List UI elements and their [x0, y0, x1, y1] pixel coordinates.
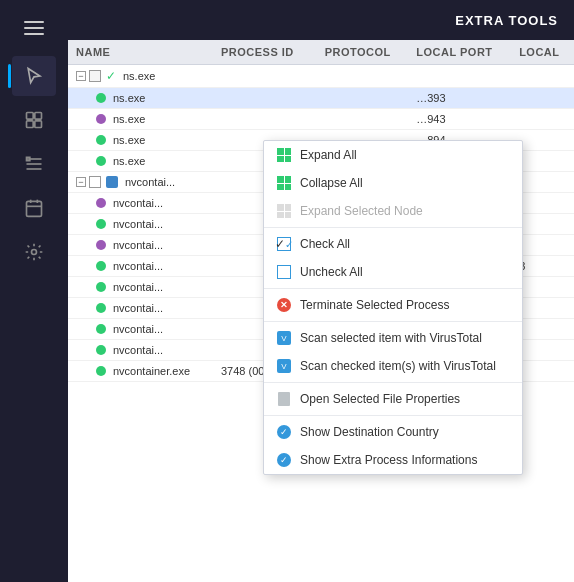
svg-rect-3 — [35, 121, 42, 128]
process-name: nvcontainer.exe — [113, 365, 190, 377]
status-dot-green — [96, 135, 106, 145]
menu-separator — [264, 321, 522, 322]
active-accent — [8, 64, 11, 88]
menu-label: Show Destination Country — [300, 425, 439, 439]
select-icon — [24, 110, 44, 130]
menu-item-check-all[interactable]: ✓ Check All — [264, 230, 522, 258]
expand-button[interactable]: − — [76, 71, 86, 81]
process-pid — [213, 65, 317, 88]
process-protocol — [317, 109, 409, 130]
svg-rect-0 — [27, 113, 34, 120]
process-pid — [213, 88, 317, 109]
menu-item-scan-checked[interactable]: V Scan checked item(s) with VirusTotal — [264, 352, 522, 380]
menu-item-expand-all[interactable]: Expand All — [264, 141, 522, 169]
grid-icon-green — [277, 176, 291, 190]
status-dot-green — [96, 93, 106, 103]
menu-item-expand-selected: Expand Selected Node — [264, 197, 522, 225]
scan-selected-icon: V — [276, 330, 292, 346]
menu-label: Check All — [300, 237, 350, 251]
menu-label: Terminate Selected Process — [300, 298, 449, 312]
sidebar-item-list[interactable] — [12, 144, 56, 184]
table-container[interactable]: NAME PROCESS ID PROTOCOL LOCAL PORT LOCA… — [68, 40, 574, 582]
process-local — [511, 88, 574, 109]
sidebar — [0, 0, 68, 582]
process-local — [511, 65, 574, 88]
col-localport: LOCAL PORT — [408, 40, 511, 65]
table-header-row: NAME PROCESS ID PROTOCOL LOCAL PORT LOCA… — [68, 40, 574, 65]
row-checkbox[interactable] — [89, 176, 101, 188]
process-local — [511, 109, 574, 130]
checkbox-checked-icon: ✓ — [277, 237, 291, 251]
process-protocol — [317, 88, 409, 109]
sidebar-item-settings[interactable] — [12, 232, 56, 272]
menu-item-show-info[interactable]: ✓ Show Extra Process Informations — [264, 446, 522, 474]
process-name: ns.exe — [113, 134, 145, 146]
process-pid — [213, 109, 317, 130]
sidebar-item-select[interactable] — [12, 100, 56, 140]
status-dot — [96, 219, 106, 229]
table-row[interactable]: − ✓ ns.exe — [68, 65, 574, 88]
blue-check-icon: ✓ — [277, 425, 291, 439]
menu-separator — [264, 227, 522, 228]
process-name: nvcontai... — [113, 239, 163, 251]
context-menu: Expand All Collapse All Expand Selected … — [263, 140, 523, 475]
cursor-icon — [24, 66, 44, 86]
status-dot — [96, 345, 106, 355]
process-name: nvcontai... — [113, 281, 163, 293]
circle-x-icon: ✕ — [277, 298, 291, 312]
status-dot-green — [96, 156, 106, 166]
grid-icon — [277, 148, 291, 162]
extra-info-icon: ✓ — [276, 452, 292, 468]
process-name: nvcontai... — [113, 218, 163, 230]
process-name: ns.exe — [113, 113, 145, 125]
process-name: ns.exe — [113, 92, 145, 104]
menu-item-scan-selected[interactable]: V Scan selected item with VirusTotal — [264, 324, 522, 352]
menu-label: Show Extra Process Informations — [300, 453, 477, 467]
main-area: EXTRA TOOLS NAME PROCESS ID PROTOCOL LOC… — [68, 0, 574, 582]
menu-label: Expand All — [300, 148, 357, 162]
process-port — [408, 65, 511, 88]
process-name: ns.exe — [113, 155, 145, 167]
list-icon — [24, 154, 44, 174]
country-icon: ✓ — [276, 424, 292, 440]
sidebar-item-cursor[interactable] — [12, 56, 56, 96]
grid-icon-gray — [277, 204, 291, 218]
process-name: ns.exe — [123, 70, 155, 82]
col-name: NAME — [68, 40, 213, 65]
menu-item-terminate[interactable]: ✕ Terminate Selected Process — [264, 291, 522, 319]
scan-checked-icon: V — [276, 358, 292, 374]
menu-separator — [264, 288, 522, 289]
process-name: nvcontai... — [113, 344, 163, 356]
menu-label: Scan checked item(s) with VirusTotal — [300, 359, 496, 373]
menu-label: Scan selected item with VirusTotal — [300, 331, 482, 345]
process-protocol — [317, 65, 409, 88]
process-name: nvcontai... — [113, 260, 163, 272]
calendar-icon — [24, 198, 44, 218]
sidebar-item-calendar[interactable] — [12, 188, 56, 228]
menu-item-file-props[interactable]: Open Selected File Properties — [264, 385, 522, 413]
menu-item-show-country[interactable]: ✓ Show Destination Country — [264, 418, 522, 446]
process-name: nvcontai... — [125, 176, 175, 188]
table-row[interactable]: ns.exe …943 — [68, 109, 574, 130]
expand-all-icon — [276, 147, 292, 163]
process-name: nvcontai... — [113, 302, 163, 314]
expand-button[interactable]: − — [76, 177, 86, 187]
nvcontainer-icon — [106, 176, 118, 188]
header-title: EXTRA TOOLS — [455, 13, 558, 28]
file-document-icon — [278, 392, 290, 406]
menu-label: Uncheck All — [300, 265, 363, 279]
menu-label: Expand Selected Node — [300, 204, 423, 218]
svg-rect-1 — [35, 113, 42, 120]
blue-check-info-icon: ✓ — [277, 453, 291, 467]
hamburger-button[interactable] — [14, 10, 54, 46]
status-dot — [96, 366, 106, 376]
collapse-all-icon — [276, 175, 292, 191]
menu-separator — [264, 415, 522, 416]
uncheck-all-icon — [276, 264, 292, 280]
virustotal-icon: V — [277, 331, 291, 345]
row-checkbox[interactable] — [89, 70, 101, 82]
svg-rect-2 — [27, 121, 34, 128]
menu-item-uncheck-all[interactable]: Uncheck All — [264, 258, 522, 286]
table-row[interactable]: ns.exe …393 — [68, 88, 574, 109]
menu-item-collapse-all[interactable]: Collapse All — [264, 169, 522, 197]
